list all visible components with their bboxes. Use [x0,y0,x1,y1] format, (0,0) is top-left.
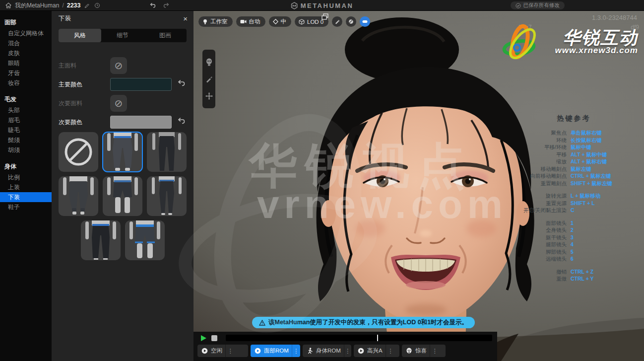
tab-style[interactable]: 风格 [59,29,101,42]
hotkey-value: CTRL + Y [571,275,624,283]
secondary-color-swatch[interactable] [110,116,172,129]
lod-cube-icon [299,19,305,25]
tab-details[interactable]: 细节 [101,29,144,42]
thumbnail-joggers[interactable] [59,176,98,216]
field-secondary-fabric: 次要面料 ⊘ [59,94,187,112]
history-clock-icon[interactable] [94,2,101,9]
hotkey-label: 腿部镜头 [546,241,567,248]
hotkey-value: SHIFT + 鼠标左键 [571,180,624,187]
animation-timeline: 空闲 ⋮ 面部ROM ⋮ 身体ROM ⋮ 高兴A ⋮ 惊喜 ⋮ [193,332,497,361]
hotkey-reference-panel: 热键参考 聚焦点单击鼠标右键 环绕长按鼠标右键 平移/环绕鼠标中键 平移ALT … [523,114,624,288]
track-idle[interactable]: 空闲 ⋮ [197,345,248,357]
nav-item-custom-mesh[interactable]: 自定义网格体 [0,28,52,38]
nav-item-blend[interactable]: 混合 [0,38,52,48]
nav-item-mustache[interactable]: 髭须 [0,135,52,145]
secondary-fabric-none-button[interactable]: ⊘ [110,95,127,112]
undo-icon[interactable] [149,2,156,9]
auto-camera-button[interactable]: 自动 [236,16,265,27]
play-button[interactable] [199,334,207,342]
track-face-rom[interactable]: 面部ROM ⋮ [251,345,300,357]
sculpt-brush-icon[interactable] [204,74,213,83]
joggers-icon [59,176,98,216]
nav-item-makeup[interactable]: 妆容 [0,78,52,88]
track-label: 惊喜 [415,347,427,355]
move-tool-icon[interactable] [204,91,213,100]
hotkey-label: 面部镜头 [546,219,567,227]
studio-lighting-label: 工作室 [210,18,228,25]
primary-color-reset-icon[interactable] [177,79,187,89]
paint-tool-button[interactable] [346,16,356,27]
nav-item-tops[interactable]: 上装 [0,182,52,192]
bar-icon [362,20,368,23]
metahuman-creator-app: 我的MetaHuman / 2233 METAHUMAN 已保存所有修改 [0,0,644,361]
leggings-icon [147,176,187,216]
track-menu-icon[interactable]: ⋮ [292,345,300,357]
hotkey-value: ALT + 鼠标中键 [571,151,624,158]
secondary-color-label: 次要颜色 [59,118,110,127]
thumbnail-boxer-shorts[interactable] [103,176,142,216]
marker-icon [334,19,340,24]
redo-icon[interactable] [163,2,170,9]
thumbnail-straight-trousers[interactable] [81,220,121,260]
nav-item-head-hair[interactable]: 头部 [0,105,52,115]
quality-medium-button[interactable]: 中 [269,16,292,27]
nav-item-skin[interactable]: 皮肤 [0,48,52,58]
hotkey-value: 2 [571,226,624,234]
thumbnail-slim-pants-dark[interactable] [147,132,187,172]
marker-tool-button[interactable] [332,16,342,27]
thumbnail-leggings[interactable] [147,176,187,216]
track-happy-a[interactable]: 高兴A ⋮ [354,345,399,357]
hotkey-group-cameras: 面部镜头1 全身镜头2 躯干镜头3 腿部镜头4 脚部镜头5 远端镜头6 [523,219,624,263]
secondary-color-reset-icon[interactable] [177,117,187,127]
shorts-blue-trim-icon [125,220,165,260]
track-surprise[interactable]: 惊喜 ⋮ [402,345,446,357]
tab-pattern[interactable]: 图画 [144,29,187,42]
panel-header: 下装 × [52,11,193,26]
camera-icon [240,19,247,24]
head-sculpt-icon[interactable] [204,58,213,67]
secondary-fabric-label: 次要面料 [59,99,110,108]
thumbnail-long-pants[interactable] [103,132,142,172]
hotkey-label: 躯干镜头 [546,234,567,241]
none-icon [59,132,98,172]
nav-item-teeth[interactable]: 牙齿 [0,68,52,78]
close-icon[interactable]: × [183,15,188,22]
thumbnail-shorts-blue-trim[interactable] [125,220,165,260]
nav-item-eyes[interactable]: 眼睛 [0,58,52,68]
nav-item-bottoms[interactable]: 下装 [0,192,52,202]
thumbnail-none[interactable] [59,132,98,172]
nav-item-eyelashes[interactable]: 睫毛 [0,125,52,135]
track-menu-icon[interactable]: ⋮ [430,345,440,357]
breadcrumb: 我的MetaHuman / 2233 [5,0,101,11]
nav-item-proportions[interactable]: 比例 [0,172,52,182]
primary-color-swatch[interactable] [110,78,172,91]
breadcrumb-app[interactable]: 我的MetaHuman [15,1,59,10]
hotkey-label: 开启/关闭黏土渲染 [523,207,567,214]
hotkey-label: 重置雕刻点 [541,180,567,187]
track-menu-icon[interactable]: ⋮ [386,345,395,357]
saved-status-badge: 已保存所有修改 [511,1,565,9]
rename-pencil-icon[interactable] [84,2,91,9]
nav-item-beard[interactable]: 胡须 [0,145,52,155]
lightbulb-icon [202,19,208,25]
screen-annotation-button[interactable] [360,16,370,27]
lod-warning-toast: 该MetaHuman使用了开发中的发束，只有设置为LOD 0和1时才会显示。 [252,317,475,328]
studio-lighting-button[interactable]: 工作室 [198,16,233,27]
track-menu-icon[interactable]: ⋮ [344,345,351,357]
metahuman-hex-icon [291,2,298,9]
window-restore-icon[interactable] [322,13,329,20]
hotkey-label: 全身镜头 [546,226,567,234]
stop-button[interactable] [211,335,217,341]
hotkey-label: 远端镜头 [546,255,567,263]
track-body-rom[interactable]: 身体ROM ⋮ [303,345,351,357]
primary-fabric-none-button[interactable]: ⊘ [110,57,127,74]
viewport-3d[interactable]: 华锐视点 vrnew.com 工作室 自动 中 LOD 0 [193,11,644,361]
nav-item-eyebrows[interactable]: 眉毛 [0,115,52,125]
nav-item-shoes[interactable]: 鞋子 [0,202,52,212]
warning-triangle-icon [259,320,265,326]
timeline-scrubber[interactable] [226,335,492,341]
home-icon[interactable] [5,2,12,9]
track-menu-icon[interactable]: ⋮ [225,345,235,357]
hotkey-group-history: 撤销CTRL + Z 重做CTRL + Y [523,268,624,283]
playhead[interactable] [377,335,378,341]
